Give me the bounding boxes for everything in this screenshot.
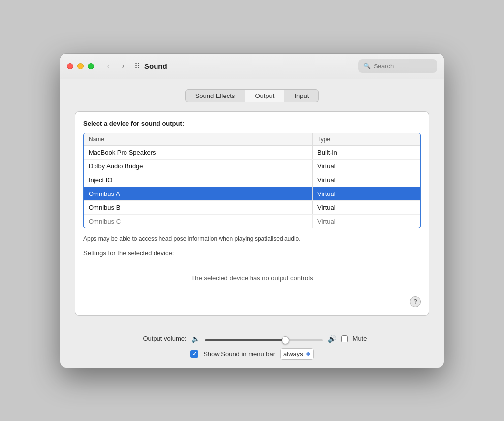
device-type: Virtual bbox=[312, 160, 420, 173]
bottom-controls: Output volume: 🔈 🔊 Mute Show Sound in me… bbox=[60, 334, 444, 368]
settings-label: Settings for the selected device: bbox=[83, 249, 421, 257]
device-name: Omnibus B bbox=[84, 201, 312, 214]
maximize-button[interactable] bbox=[88, 63, 94, 69]
volume-slider[interactable] bbox=[205, 339, 323, 341]
device-name: Omnibus C bbox=[84, 215, 312, 228]
tab-output[interactable]: Output bbox=[245, 89, 284, 102]
close-button[interactable] bbox=[67, 63, 73, 69]
show-sound-dropdown[interactable]: always bbox=[280, 348, 314, 360]
grid-icon: ⠿ bbox=[134, 62, 140, 71]
tab-bar: Sound Effects Output Input bbox=[75, 89, 429, 102]
volume-row: Output volume: 🔈 🔊 Mute bbox=[75, 334, 429, 343]
tab-input[interactable]: Input bbox=[284, 89, 319, 102]
device-name: MacBook Pro Speakers bbox=[84, 146, 312, 159]
arrow-down-icon bbox=[306, 354, 310, 356]
volume-slider-container bbox=[205, 334, 323, 343]
help-button-container: ? bbox=[83, 296, 421, 307]
output-panel: Select a device for sound output: Name T… bbox=[75, 111, 429, 316]
main-window: ‹ › ⠿ Sound 🔍 Sound Effects Output Input… bbox=[60, 54, 444, 368]
device-table: Name Type MacBook Pro Speakers Built-in … bbox=[83, 133, 421, 228]
volume-high-icon: 🔊 bbox=[328, 335, 336, 343]
table-header: Name Type bbox=[84, 133, 420, 146]
no-controls-text: The selected device has no output contro… bbox=[83, 264, 421, 291]
table-row-partial[interactable]: Omnibus C Virtual bbox=[84, 215, 420, 228]
spatialised-audio-info: Apps may be able to access head pose inf… bbox=[83, 234, 421, 243]
content-area: Sound Effects Output Input Select a devi… bbox=[60, 79, 444, 334]
mute-checkbox[interactable] bbox=[341, 335, 348, 342]
device-type: Virtual bbox=[312, 201, 420, 214]
help-button[interactable]: ? bbox=[410, 296, 421, 307]
device-type: Virtual bbox=[312, 215, 420, 228]
col-header-name: Name bbox=[84, 133, 312, 145]
device-type: Built-in bbox=[312, 146, 420, 159]
show-sound-row: Show Sound in menu bar always bbox=[75, 348, 429, 360]
mute-label: Mute bbox=[353, 335, 367, 342]
table-row-selected[interactable]: Omnibus A Virtual bbox=[84, 187, 420, 201]
show-sound-label: Show Sound in menu bar bbox=[203, 350, 275, 357]
forward-button[interactable]: › bbox=[117, 60, 129, 72]
device-name: Omnibus A bbox=[84, 187, 312, 200]
search-input[interactable] bbox=[374, 63, 432, 70]
device-name: Inject IO bbox=[84, 173, 312, 187]
volume-low-icon: 🔈 bbox=[191, 335, 200, 343]
select-arrows-icon bbox=[306, 352, 310, 356]
table-row[interactable]: MacBook Pro Speakers Built-in bbox=[84, 146, 420, 160]
device-type: Virtual bbox=[312, 187, 420, 200]
table-row[interactable]: Omnibus B Virtual bbox=[84, 201, 420, 215]
table-row[interactable]: Inject IO Virtual bbox=[84, 173, 420, 187]
search-box[interactable]: 🔍 bbox=[358, 59, 437, 73]
back-button[interactable]: ‹ bbox=[102, 60, 115, 72]
search-icon: 🔍 bbox=[363, 63, 371, 69]
titlebar: ‹ › ⠿ Sound 🔍 bbox=[60, 54, 444, 79]
minimize-button[interactable] bbox=[77, 63, 84, 69]
window-title: Sound bbox=[144, 62, 167, 70]
show-sound-checkbox[interactable] bbox=[190, 350, 198, 358]
device-type: Virtual bbox=[312, 173, 420, 187]
col-header-type: Type bbox=[312, 133, 420, 145]
tab-sound-effects[interactable]: Sound Effects bbox=[185, 89, 246, 102]
volume-label: Output volume: bbox=[137, 335, 187, 342]
panel-title: Select a device for sound output: bbox=[83, 120, 421, 127]
show-sound-value: always bbox=[284, 350, 303, 357]
arrow-up-icon bbox=[306, 352, 310, 354]
traffic-lights bbox=[67, 63, 94, 69]
nav-buttons: ‹ › bbox=[102, 60, 129, 72]
table-row[interactable]: Dolby Audio Bridge Virtual bbox=[84, 160, 420, 173]
device-name: Dolby Audio Bridge bbox=[84, 160, 312, 173]
